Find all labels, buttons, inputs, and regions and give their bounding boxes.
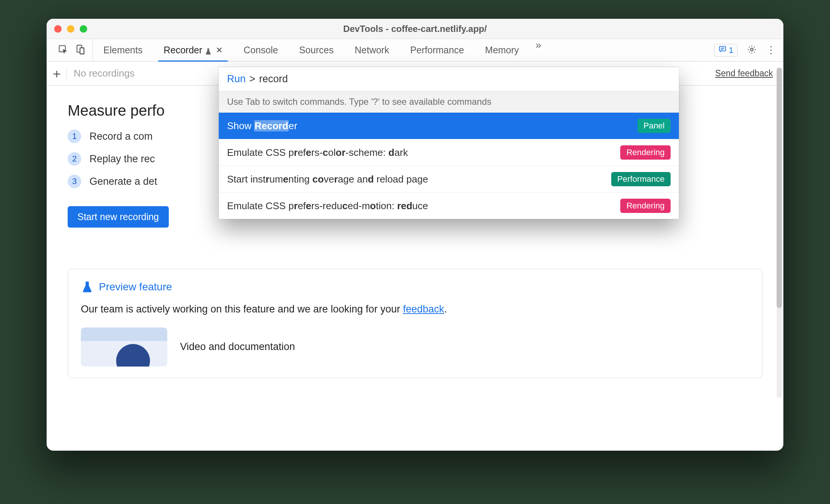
step-number-badge: 2: [68, 152, 81, 166]
tab-label: Performance: [410, 45, 464, 56]
tab-label: Memory: [485, 45, 519, 56]
tab-label: Console: [244, 45, 278, 56]
command-item-label: Start instrumenting coverage and reload …: [227, 174, 428, 185]
inspect-element-icon[interactable]: [58, 44, 68, 56]
command-query: record: [259, 73, 288, 85]
step-number-badge: 3: [68, 175, 81, 188]
titlebar: DevTools - coffee-cart.netlify.app/: [47, 19, 783, 39]
tab-label: Sources: [299, 45, 334, 56]
tabs-overflow-icon[interactable]: »: [530, 39, 542, 61]
tabstrip: Elements Recorder ✕ Console Sources Netw…: [47, 39, 783, 62]
command-item-badge: Panel: [638, 119, 671, 133]
tab-console[interactable]: Console: [233, 39, 289, 61]
command-item-badge: Rendering: [620, 145, 671, 160]
tab-network[interactable]: Network: [344, 39, 400, 61]
step-text: Generate a det: [89, 176, 157, 187]
tab-label: Recorder: [164, 45, 202, 56]
doc-title: Video and documentation: [180, 341, 295, 353]
scrollbar-thumb[interactable]: [777, 68, 782, 308]
tab-close-icon[interactable]: ✕: [216, 45, 223, 55]
window-maximize-button[interactable]: [80, 25, 87, 33]
command-item-label: Emulate CSS prefers-color-scheme: dark: [227, 147, 408, 158]
tab-elements[interactable]: Elements: [93, 39, 153, 61]
recordings-dropdown[interactable]: No recordings: [74, 68, 135, 79]
doc-row: Video and documentation: [81, 327, 749, 367]
command-item-show-recorder[interactable]: Show Recorder Panel: [219, 113, 679, 139]
svg-rect-2: [80, 48, 84, 54]
tab-label: Elements: [103, 45, 142, 56]
issues-icon: [718, 45, 727, 56]
command-item-label: Emulate CSS prefers-reduced-motion: redu…: [227, 200, 428, 212]
inspect-tools: [51, 39, 93, 61]
command-item-reduced-motion[interactable]: Emulate CSS prefers-reduced-motion: redu…: [219, 193, 679, 219]
tab-label: Network: [355, 45, 389, 56]
beaker-icon: [204, 47, 212, 54]
svg-point-5: [751, 48, 753, 51]
command-item-emulate-dark[interactable]: Emulate CSS prefers-color-scheme: dark R…: [219, 139, 679, 166]
start-recording-button[interactable]: Start new recording: [68, 206, 169, 228]
preview-title: Preview feature: [99, 281, 172, 293]
command-item-badge: Rendering: [620, 199, 671, 213]
window-title: DevTools - coffee-cart.netlify.app/: [47, 24, 783, 34]
feedback-link[interactable]: feedback: [403, 303, 444, 315]
devtools-window: DevTools - coffee-cart.netlify.app/ Elem…: [47, 19, 783, 451]
preview-text: Our team is actively working on this fea…: [81, 302, 749, 317]
send-feedback-link[interactable]: Send feedback: [715, 68, 773, 78]
video-thumbnail[interactable]: [81, 327, 167, 367]
preview-feature-box: Preview feature Our team is actively wor…: [68, 269, 762, 378]
new-recording-button[interactable]: ＋: [52, 66, 67, 81]
issues-badge[interactable]: 1: [714, 44, 738, 57]
step-number-badge: 1: [68, 130, 81, 143]
traffic-lights: [54, 25, 87, 33]
command-palette-hint: Use Tab to switch commands. Type '?' to …: [219, 91, 679, 113]
svg-rect-4: [719, 46, 726, 51]
issues-count: 1: [729, 45, 733, 55]
window-minimize-button[interactable]: [67, 25, 74, 33]
command-palette-input[interactable]: Run >record: [219, 67, 679, 91]
run-label: Run: [227, 73, 246, 85]
tab-recorder[interactable]: Recorder ✕: [153, 39, 233, 61]
device-toggle-icon[interactable]: [75, 44, 86, 56]
tab-memory[interactable]: Memory: [474, 39, 529, 61]
command-palette: Run >record Use Tab to switch commands. …: [219, 67, 679, 219]
tabstrip-right-controls: 1 ⋮: [714, 39, 777, 61]
more-menu-icon[interactable]: ⋮: [766, 44, 777, 56]
tab-sources[interactable]: Sources: [289, 39, 344, 61]
command-item-label: Show Recorder: [227, 120, 297, 132]
command-item-coverage[interactable]: Start instrumenting coverage and reload …: [219, 166, 679, 193]
step-text: Record a com: [89, 131, 153, 142]
command-item-badge: Performance: [611, 172, 671, 186]
preview-header: Preview feature: [81, 281, 749, 293]
step-text: Replay the rec: [89, 153, 155, 165]
vertical-scrollbar[interactable]: [777, 68, 782, 398]
tabs: Elements Recorder ✕ Console Sources Netw…: [93, 39, 541, 61]
tab-performance[interactable]: Performance: [400, 39, 474, 61]
settings-icon[interactable]: [747, 44, 757, 56]
beaker-icon: [81, 281, 94, 293]
window-close-button[interactable]: [54, 25, 62, 33]
prompt-chevron-icon: >: [250, 73, 256, 85]
